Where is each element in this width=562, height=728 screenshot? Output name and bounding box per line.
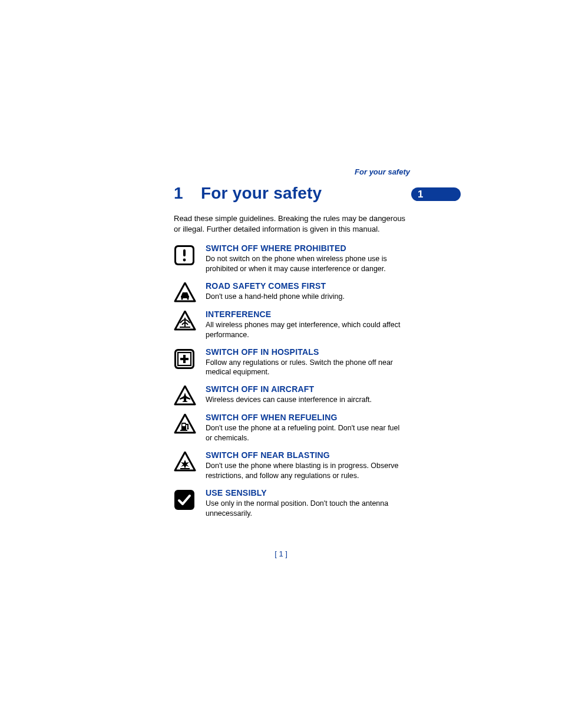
use-sensibly-icon [174, 488, 206, 510]
item-body: Don't use the phone at a refueling point… [206, 423, 406, 443]
safety-item: SWITCH OFF IN HOSPITALS Follow any regul… [174, 347, 462, 378]
item-title: SWITCH OFF IN HOSPITALS [206, 347, 406, 357]
manual-page: For your safety 1 1For your safety Read … [0, 0, 562, 728]
svg-marker-23 [181, 460, 189, 469]
road-safety-icon [174, 281, 206, 302]
intro-paragraph: Read these simple guidelines. Breaking t… [174, 213, 409, 234]
running-header: For your safety [355, 167, 410, 176]
interference-icon [174, 309, 206, 331]
svg-rect-19 [183, 424, 186, 426]
item-title: INTERFERENCE [206, 309, 406, 319]
blasting-icon [174, 450, 206, 472]
item-body: Wireless devices can cause interference … [206, 395, 406, 405]
safety-item: SWITCH OFF WHEN REFUELING Don't use the … [174, 413, 462, 443]
item-body: Don't use a hand-held phone while drivin… [206, 292, 406, 302]
page-number: [ 1 ] [0, 549, 562, 558]
svg-rect-18 [181, 423, 186, 430]
item-body: Don't use the phone where blasting is in… [206, 461, 406, 481]
safety-item: SWITCH OFF IN AIRCRAFT Wireless devices … [174, 384, 462, 406]
section-badge: 1 [411, 187, 461, 201]
svg-rect-5 [181, 295, 189, 298]
svg-point-20 [187, 428, 189, 430]
svg-point-7 [187, 298, 189, 299]
item-title: SWITCH OFF WHERE PROHIBITED [206, 243, 406, 253]
svg-rect-15 [180, 358, 189, 360]
aircraft-icon [174, 384, 206, 406]
item-title: ROAD SAFETY COMES FIRST [206, 281, 406, 291]
item-title: USE SENSIBLY [206, 488, 406, 498]
item-body: Do not switch on the phone when wireless… [206, 254, 406, 274]
item-body: All wireless phones may get interference… [206, 320, 406, 340]
safety-item: SWITCH OFF WHERE PROHIBITED Do not switc… [174, 243, 462, 274]
badge-number: 1 [418, 188, 423, 201]
safety-item: INTERFERENCE All wireless phones may get… [174, 309, 462, 340]
item-title: SWITCH OFF IN AIRCRAFT [206, 384, 406, 394]
item-title: SWITCH OFF WHEN REFUELING [206, 413, 406, 422]
item-title: SWITCH OFF NEAR BLASTING [206, 450, 406, 460]
svg-marker-4 [175, 283, 195, 301]
svg-point-6 [181, 298, 183, 299]
fuel-icon [174, 413, 206, 434]
chapter-title-text: For your safety [201, 184, 322, 202]
item-body: Use only in the normal position. Don't t… [206, 499, 406, 519]
safety-item: USE SENSIBLY Use only in the normal posi… [174, 488, 462, 519]
safety-item: SWITCH OFF NEAR BLASTING Don't use the p… [174, 450, 462, 481]
hospital-icon [174, 347, 206, 370]
prohibited-icon [174, 243, 206, 266]
svg-rect-2 [183, 249, 186, 256]
safety-item: ROAD SAFETY COMES FIRST Don't use a hand… [174, 281, 462, 302]
item-body: Follow any regulations or rules. Switch … [206, 358, 406, 378]
svg-point-3 [183, 259, 186, 262]
chapter-number: 1 [174, 184, 201, 203]
